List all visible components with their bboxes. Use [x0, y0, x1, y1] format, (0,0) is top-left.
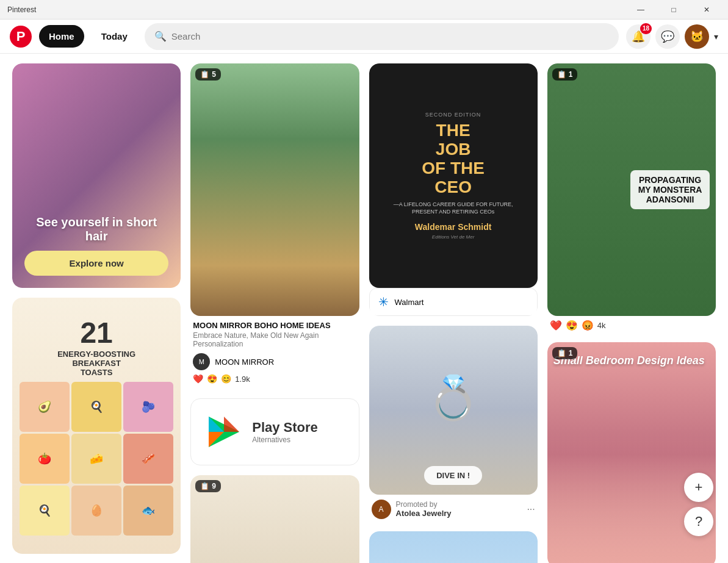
- boho-card-img: [190, 63, 359, 316]
- toast-number: 21: [80, 316, 112, 350]
- window-chrome: Pinterest — □ ✕: [0, 0, 728, 20]
- boho-pin[interactable]: 📋 5 MOON MIRROR BOHO HOME IDEAS Embrace …: [190, 63, 359, 389]
- toast-item-5: 🧀: [71, 434, 121, 484]
- notifications-button[interactable]: 🔔 18: [626, 24, 651, 49]
- toast-item-6: 🥓: [123, 434, 173, 484]
- account-chevron[interactable]: ▾: [714, 32, 718, 41]
- playstore-text: Play Store Alternatives: [252, 420, 318, 444]
- book-pin[interactable]: second edition THE JOB OF THE CEO —A LIF…: [369, 63, 538, 316]
- minimize-button[interactable]: —: [627, 0, 655, 20]
- book-author: Waldemar Schmidt: [415, 222, 492, 232]
- search-bar[interactable]: 🔍: [145, 23, 619, 50]
- toast-item-4: 🍅: [20, 434, 70, 484]
- toast-item-8: 🥚: [71, 486, 121, 536]
- monstera-card-img: PROPAGATING MY MONSTERA ADANSONII: [547, 63, 716, 316]
- walmart-row: ✳ Walmart: [369, 288, 538, 316]
- boho-author-row: M MOON MIRROR: [193, 353, 356, 370]
- nav-icons: 🔔 18 💬 🐱 ▾: [626, 24, 718, 49]
- toast-item-1: 🥑: [20, 382, 70, 432]
- svg-marker-3: [224, 417, 239, 432]
- play-triangle-icon: [206, 414, 242, 450]
- pinterest-logo[interactable]: P: [10, 26, 32, 48]
- fab-plus-button[interactable]: +: [684, 473, 713, 502]
- promoted-row: A Promoted by Atolea Jewelry ···: [369, 495, 538, 522]
- book-desc: —A LIFELONG CAREER GUIDE FOR FUTURE, PRE…: [381, 201, 525, 216]
- room-card-img: [369, 531, 538, 563]
- toast-subtitle-1: ENERGY-BOOSTING: [57, 350, 135, 359]
- book-pub: Editions Vet de Mer: [432, 234, 475, 240]
- hair-pin[interactable]: See yourself in short hair Explore now: [12, 63, 181, 288]
- col-2: 📋 5 MOON MIRROR BOHO HOME IDEAS Embrace …: [190, 63, 359, 563]
- playstore-pin[interactable]: Play Store Alternatives: [190, 398, 359, 465]
- chandelier-pin[interactable]: 📋 9: [190, 475, 359, 563]
- window-controls: — □ ✕: [627, 0, 721, 20]
- toast-item-3: 🫐: [123, 382, 173, 432]
- bedroom-text: Small Bedroom Design Ideas: [553, 354, 710, 367]
- boho-info: MOON MIRROR BOHO HOME IDEAS Embrace Natu…: [190, 316, 359, 389]
- messages-button[interactable]: 💬: [655, 24, 680, 49]
- boho-title: MOON MIRROR BOHO HOME IDEAS: [193, 321, 356, 330]
- ring-pin[interactable]: 💍 DIVE IN ! A Promoted by Atolea Jewelry…: [369, 326, 538, 521]
- toast-subtitle-3: TOASTS: [81, 368, 113, 377]
- today-button[interactable]: Today: [92, 25, 137, 48]
- monstera-badge: 📋 1: [552, 68, 578, 81]
- walmart-label: Walmart: [395, 298, 424, 307]
- col-1: See yourself in short hair Explore now 2…: [12, 63, 181, 563]
- avatar-button[interactable]: 🐱: [685, 24, 709, 49]
- toast-grid: 🥑 🍳 🫐 🍅 🧀 🥓 🍳 🥚 🐟: [20, 382, 173, 536]
- monstera-text: PROPAGATING MY MONSTERA ADANSONII: [630, 170, 710, 209]
- close-button[interactable]: ✕: [693, 0, 721, 20]
- chandelier-badge: 📋 9: [195, 480, 221, 492]
- toast-item-9: 🐟: [123, 486, 173, 536]
- bedroom-badge: 📋 1: [552, 347, 578, 359]
- fab-help-button[interactable]: ?: [684, 507, 713, 536]
- playstore-name: Play Store: [252, 420, 318, 436]
- boho-emoji-1: ❤️: [193, 374, 203, 384]
- monstera-emoji-2: 😍: [566, 320, 578, 331]
- home-button[interactable]: Home: [39, 25, 84, 48]
- toast-subtitle-2: BREAKFAST: [72, 359, 120, 368]
- monstera-emoji-3: 😡: [582, 320, 594, 331]
- book-main-title: THE JOB OF THE CEO: [422, 121, 485, 196]
- toast-item-2: 🍳: [71, 382, 121, 432]
- book-edition: second edition: [425, 112, 481, 118]
- playstore-sub: Alternatives: [252, 436, 318, 444]
- ring-card-img: 💍 DIVE IN !: [369, 326, 538, 494]
- boho-author-avatar: M: [193, 353, 210, 370]
- top-nav: P Home Today 🔍 🔔 18 💬 🐱 ▾: [0, 20, 728, 54]
- boho-badge: 📋 5: [195, 68, 221, 81]
- boho-emoji-3: 😊: [221, 374, 231, 384]
- walmart-spark-icon: ✳: [378, 295, 389, 309]
- notification-badge: 18: [640, 23, 652, 34]
- monstera-heart-row: ❤️ 😍 😡 4k: [547, 316, 716, 332]
- toast-item-7: 🍳: [20, 486, 70, 536]
- room-pin[interactable]: [369, 531, 538, 563]
- pin-grid: See yourself in short hair Explore now 2…: [12, 63, 716, 563]
- boho-emoji-2: 😍: [207, 374, 217, 384]
- boho-reactions-row: ❤️ 😍 😊 1.9k: [193, 374, 356, 384]
- hair-card-title: See yourself in short hair: [24, 215, 168, 243]
- main-content: See yourself in short hair Explore now 2…: [0, 54, 728, 563]
- search-input[interactable]: [171, 31, 609, 41]
- window-title: Pinterest: [7, 5, 36, 14]
- col-3: second edition THE JOB OF THE CEO —A LIF…: [369, 63, 538, 563]
- maximize-button[interactable]: □: [660, 0, 688, 20]
- monstera-pin[interactable]: 📋 1 PROPAGATING MY MONSTERA ADANSONII ❤️…: [547, 63, 716, 332]
- more-options-button[interactable]: ···: [527, 504, 535, 515]
- ring-emoji: 💍: [369, 326, 538, 470]
- boho-desc: Embrace Nature, Make Old New Again Perso…: [193, 331, 356, 348]
- promoted-info: A Promoted by Atolea Jewelry: [372, 500, 452, 519]
- promoted-avatar: A: [372, 500, 391, 519]
- promoted-text-block: Promoted by Atolea Jewelry: [396, 500, 452, 518]
- search-icon: 🔍: [154, 30, 167, 42]
- boho-author-name: MOON MIRROR: [215, 357, 274, 367]
- boho-count: 1.9k: [235, 375, 250, 384]
- monstera-count: 4k: [597, 321, 606, 330]
- promoted-brand: Atolea Jewelry: [396, 509, 452, 518]
- toast-pin[interactable]: 21 ENERGY-BOOSTING BREAKFAST TOASTS 🥑 🍳 …: [12, 298, 181, 554]
- heart-icon: ❤️: [550, 320, 562, 331]
- promoted-by-text: Promoted by: [396, 500, 452, 509]
- explore-button[interactable]: Explore now: [24, 251, 168, 276]
